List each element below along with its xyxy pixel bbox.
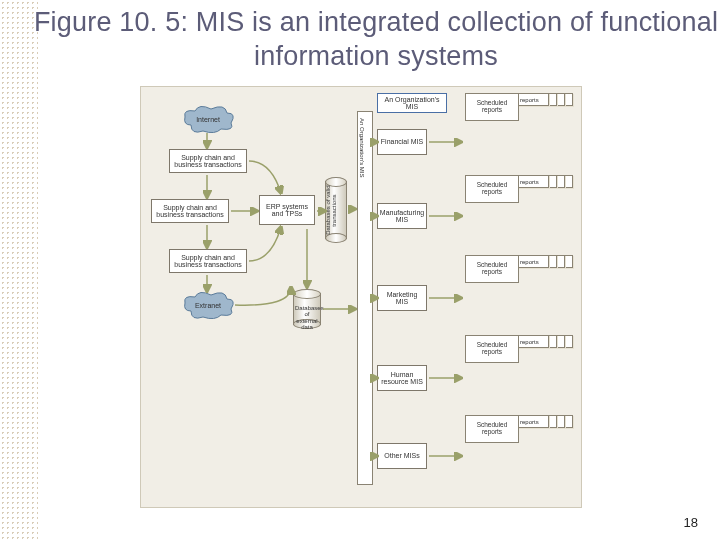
- flow-arrows: [141, 87, 581, 507]
- diagram-stage: Internet Supply chain and business trans…: [140, 86, 582, 508]
- figure-title: Figure 10. 5: MIS is an integrated colle…: [32, 6, 720, 74]
- page-number: 18: [684, 515, 698, 530]
- dotted-margin: [0, 0, 38, 540]
